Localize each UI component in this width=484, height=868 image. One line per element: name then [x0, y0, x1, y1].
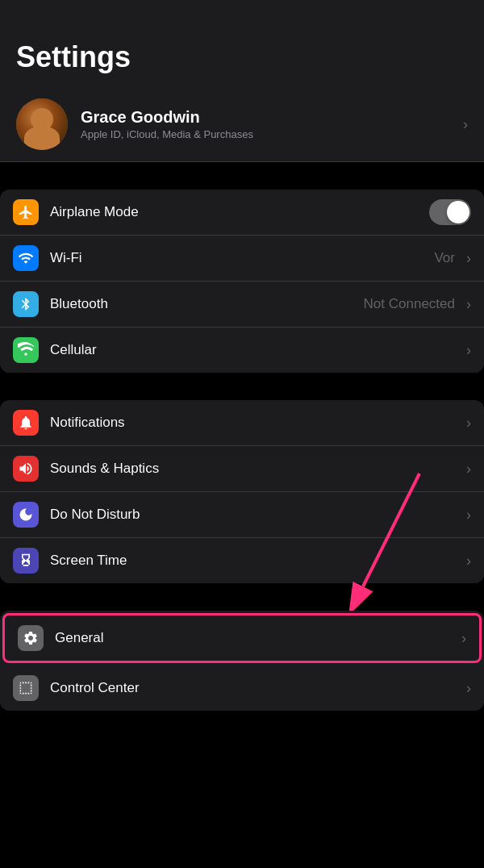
- do-not-disturb-icon: [13, 502, 39, 528]
- profile-subtitle: Apple ID, iCloud, Media & Purchases: [81, 128, 457, 140]
- bluetooth-value: Not Connected: [364, 296, 455, 312]
- bluetooth-icon: [13, 291, 39, 317]
- wifi-value: Vor: [434, 250, 455, 266]
- header: Settings: [0, 0, 484, 87]
- airplane-mode-icon: [13, 199, 39, 225]
- settings-item-general[interactable]: General ›: [2, 613, 482, 663]
- section-gap-1: [0, 162, 484, 190]
- settings-item-do-not-disturb[interactable]: Do Not Disturb ›: [0, 492, 484, 538]
- do-not-disturb-chevron: ›: [466, 507, 471, 524]
- settings-item-cellular[interactable]: Cellular ›: [0, 328, 484, 373]
- general-icon: [18, 625, 44, 651]
- airplane-mode-toggle[interactable]: [429, 199, 471, 225]
- wifi-label: Wi-Fi: [50, 250, 434, 266]
- profile-row[interactable]: Grace Goodwin Apple ID, iCloud, Media & …: [0, 87, 484, 162]
- cellular-chevron: ›: [466, 342, 471, 359]
- sounds-haptics-label: Sounds & Haptics: [50, 461, 460, 477]
- settings-item-control-center[interactable]: Control Center ›: [0, 666, 484, 711]
- notifications-label: Notifications: [50, 415, 460, 431]
- general-section: General › Control Center ›: [0, 611, 484, 711]
- profile-name: Grace Goodwin: [81, 108, 457, 127]
- control-center-icon: [13, 675, 39, 701]
- control-center-label: Control Center: [50, 680, 460, 696]
- section-gap-3: [0, 583, 484, 611]
- settings-item-notifications[interactable]: Notifications ›: [0, 400, 484, 446]
- screen-time-label: Screen Time: [50, 553, 460, 569]
- general-chevron: ›: [461, 630, 466, 647]
- section-gap-2: [0, 373, 484, 400]
- cellular-icon: [13, 337, 39, 363]
- airplane-mode-label: Airplane Mode: [50, 204, 423, 220]
- control-center-chevron: ›: [466, 680, 471, 697]
- wifi-icon: [13, 245, 39, 271]
- sounds-haptics-icon: [13, 456, 39, 482]
- settings-item-bluetooth[interactable]: Bluetooth Not Connected ›: [0, 282, 484, 328]
- settings-item-screen-time[interactable]: Screen Time ›: [0, 538, 484, 583]
- notifications-chevron: ›: [466, 415, 471, 432]
- settings-item-wifi[interactable]: Wi-Fi Vor ›: [0, 236, 484, 282]
- cellular-label: Cellular: [50, 342, 460, 358]
- general-label: General: [55, 630, 455, 646]
- profile-chevron: ›: [463, 116, 468, 133]
- general-group: General › Control Center ›: [0, 611, 484, 711]
- do-not-disturb-label: Do Not Disturb: [50, 507, 460, 523]
- bluetooth-label: Bluetooth: [50, 296, 364, 312]
- settings-item-airplane-mode[interactable]: Airplane Mode: [0, 190, 484, 236]
- settings-item-sounds-haptics[interactable]: Sounds & Haptics ›: [0, 446, 484, 492]
- avatar: [16, 98, 68, 150]
- notifications-icon: [13, 410, 39, 436]
- notifications-section: Notifications › Sounds & Haptics › Do No…: [0, 400, 484, 583]
- connectivity-section: Airplane Mode Wi-Fi Vor › Bluetooth Not …: [0, 190, 484, 373]
- bluetooth-chevron: ›: [466, 296, 471, 313]
- profile-info: Grace Goodwin Apple ID, iCloud, Media & …: [81, 108, 457, 140]
- screen-time-chevron: ›: [466, 553, 471, 570]
- wifi-chevron: ›: [466, 250, 471, 267]
- page-title: Settings: [16, 40, 131, 73]
- screen-time-icon: [13, 548, 39, 574]
- sounds-haptics-chevron: ›: [466, 461, 471, 478]
